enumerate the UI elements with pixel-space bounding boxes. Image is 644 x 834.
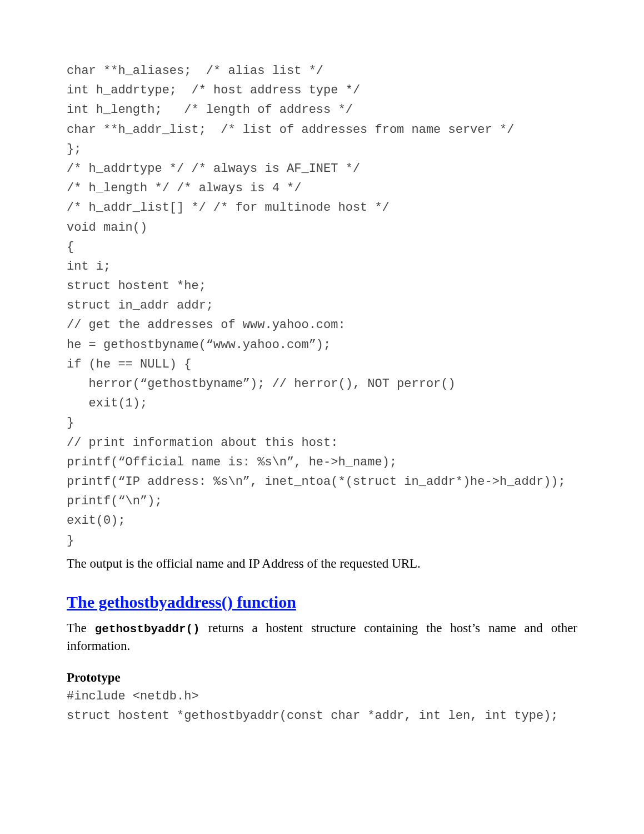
desc-prefix: The xyxy=(67,621,95,635)
section-heading-gethostbyaddress: The gethostbyaddress() function xyxy=(67,593,577,612)
prototype-code-block: #include <netdb.h> struct hostent *getho… xyxy=(67,687,577,725)
prototype-subheading: Prototype xyxy=(67,671,577,685)
inline-code-gethostbyaddr: gethostbyaddr() xyxy=(95,623,200,636)
page-content: char **h_aliases; /* alias list */ int h… xyxy=(0,0,644,834)
code-block-main: char **h_aliases; /* alias list */ int h… xyxy=(67,61,577,550)
section-description: The gethostbyaddr() returns a hostent st… xyxy=(67,619,577,656)
output-description: The output is the official name and IP A… xyxy=(67,555,577,573)
